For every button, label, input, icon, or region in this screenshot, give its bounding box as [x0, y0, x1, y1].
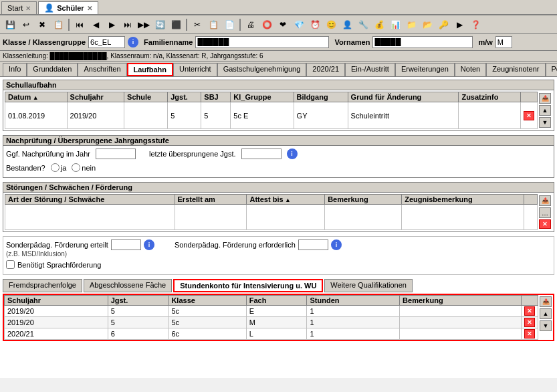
bestanden-label: Bestanden? — [6, 164, 45, 172]
delete-stoerung-btn[interactable]: ✕ — [539, 219, 551, 229]
erforderlich-input[interactable] — [298, 239, 328, 250]
first-btn[interactable]: ⏮ — [72, 17, 87, 32]
mw-input[interactable] — [495, 36, 512, 48]
sep3 — [239, 19, 241, 31]
tab-noten[interactable]: Noten — [455, 63, 486, 76]
nein-radio[interactable] — [72, 163, 80, 172]
tb-btn10[interactable]: 📁 — [404, 17, 419, 32]
nav-btn2[interactable]: ▶▶ — [136, 17, 151, 32]
erteilt-input[interactable] — [111, 239, 141, 250]
foerderung-area: Sonderpädag. Förderung erteilt i (z.B. M… — [3, 236, 554, 275]
tab-info[interactable]: Info — [3, 63, 27, 76]
export-btn-schullaufbahn[interactable]: 📤 — [539, 93, 551, 104]
table-row[interactable]: 01.08.2019 2019/20 5 5 5c E GY Schuleint… — [5, 102, 538, 129]
sk-scroll-up-btn[interactable]: ▲ — [540, 308, 552, 319]
ellipsis-btn[interactable]: … — [539, 207, 551, 218]
tab-laufbahn[interactable]: Laufbahn — [127, 63, 174, 76]
sk-delete-2-btn[interactable]: ✕ — [524, 329, 535, 338]
klasse-group: Klasse / Klassengruppe i — [3, 36, 138, 48]
tb-btn6[interactable]: 👤 — [340, 17, 354, 32]
print-btn[interactable]: 📋 — [51, 17, 66, 32]
tab-start[interactable]: Start ✕ — [1, 1, 37, 14]
prev-btn[interactable]: ◀ — [88, 17, 103, 32]
foerderung-erteilt-group: Sonderpädag. Förderung erteilt i (z.B. M… — [6, 239, 154, 258]
nachpruef-input[interactable] — [96, 149, 136, 159]
tab-stundenkonto[interactable]: Stundenkonto für Intensivierung u. WU — [173, 279, 323, 292]
tb-btn2[interactable]: ❤ — [275, 17, 290, 32]
vornamen-label: Vornamen — [334, 38, 370, 46]
letzte-input[interactable] — [241, 149, 282, 159]
nachpruefung-title: Nachprüfung / Übersprungene Jahrgangsstu… — [3, 136, 554, 146]
tb-btn12[interactable]: 🔑 — [436, 17, 451, 32]
export-btn-stoerungen[interactable]: 📤 — [539, 195, 551, 206]
copy-btn[interactable]: 📋 — [206, 17, 221, 32]
tab-unterricht[interactable]: Unterricht — [173, 63, 217, 76]
tab-abgeschlossen[interactable]: Abgeschlossene Fäche — [84, 279, 172, 292]
tb-btn7[interactable]: 🔧 — [356, 17, 370, 32]
stoerungen-title: Störungen / Schwächen / Förderung — [3, 183, 554, 193]
cut-btn[interactable]: ✂ — [190, 17, 205, 32]
ja-radio[interactable] — [51, 163, 60, 172]
bottom-tabs: Fremdsprachenfolge Abgeschlossene Fäche … — [3, 279, 554, 292]
tab-schueler[interactable]: 👤 Schüler ✕ — [38, 1, 98, 14]
tab-anschriften[interactable]: Anschriften — [78, 63, 126, 76]
scroll-up-btn[interactable]: ▲ — [539, 105, 551, 116]
cell-klgruppe: 5c E — [231, 102, 294, 129]
next-btn[interactable]: ▶ — [104, 17, 119, 32]
tab-einaustritt[interactable]: Ein-/Austritt — [345, 63, 395, 76]
col-jgst: Jgst. — [168, 92, 201, 102]
vornamen-input[interactable] — [372, 36, 473, 48]
tb-btn13[interactable]: ▶ — [452, 17, 467, 32]
tab-zeugnisnotenr[interactable]: Zeugnisnotenr — [486, 63, 545, 76]
export-btn-stundenkonto[interactable]: 📤 — [540, 296, 552, 307]
sk-jgst-0: 5 — [108, 306, 169, 317]
sk-scroll-down-btn[interactable]: ▼ — [540, 320, 552, 331]
paste-btn[interactable]: 📄 — [222, 17, 237, 32]
erforderlich-label: Sonderpädag. Förderung erforderlich — [175, 241, 296, 249]
toolbar-btn6[interactable]: ⬛ — [169, 17, 183, 32]
schullaufbahn-title: Schullaufbahn — [3, 80, 554, 90]
tb-btn1[interactable]: ⭕ — [259, 17, 274, 32]
sk-row-2[interactable]: 2020/21 6 6c L 1 ✕ — [5, 328, 538, 340]
tab-schueler-close[interactable]: ✕ — [87, 5, 92, 12]
print2-btn[interactable]: 🖨 — [243, 17, 258, 32]
last-btn[interactable]: ⏭ — [120, 17, 135, 32]
erteilt-info-btn[interactable]: i — [144, 239, 154, 250]
tab-person[interactable]: Person — [546, 63, 557, 76]
undo-btn[interactable]: ↩ — [19, 17, 33, 32]
sk-delete-1-btn[interactable]: ✕ — [524, 318, 535, 327]
mw-label: m/w — [478, 38, 492, 46]
tab-qualifikationen[interactable]: Weitere Qualifikationen — [324, 279, 413, 292]
col-sk-actions — [522, 296, 538, 306]
familienname-input[interactable] — [195, 36, 329, 48]
tab-fremdsprachen[interactable]: Fremdsprachenfolge — [3, 279, 82, 292]
empty-actions — [524, 205, 538, 230]
tab-start-close[interactable]: ✕ — [25, 5, 31, 12]
empty-bemerkung — [325, 205, 402, 230]
tb-btn5[interactable]: 😊 — [324, 17, 338, 32]
tb-btn11[interactable]: 📂 — [420, 17, 435, 32]
sk-delete-0-btn[interactable]: ✕ — [524, 306, 535, 316]
save-btn[interactable]: 💾 — [3, 17, 17, 32]
tab-2020[interactable]: 2020/21 — [306, 63, 345, 76]
tab-erweiterungen[interactable]: Erweiterungen — [395, 63, 455, 76]
refresh-btn[interactable]: 🔄 — [152, 17, 167, 32]
help-btn[interactable]: ❓ — [468, 17, 483, 32]
erforderlich-info-btn[interactable]: i — [331, 239, 342, 250]
klasse-info-btn[interactable]: i — [128, 37, 138, 47]
tab-grunddaten[interactable]: Grunddaten — [27, 63, 78, 76]
klasse-input[interactable] — [88, 36, 125, 48]
nein-radio-label: nein — [72, 163, 96, 172]
delete-row-btn[interactable]: ✕ — [524, 111, 534, 120]
sk-row-1[interactable]: 2019/20 5 5c M 1 ✕ — [5, 317, 538, 328]
delete-btn[interactable]: ✖ — [35, 17, 49, 32]
tb-btn3[interactable]: 💎 — [292, 17, 306, 32]
sk-row-0[interactable]: 2019/20 5 5c E 1 ✕ — [5, 306, 538, 317]
scroll-down-btn[interactable]: ▼ — [539, 117, 551, 128]
letzte-info-btn[interactable]: i — [287, 149, 298, 159]
sprachfoerderung-checkbox[interactable] — [6, 260, 15, 269]
tb-btn4[interactable]: ⏰ — [308, 17, 322, 32]
tb-btn9[interactable]: 📊 — [388, 17, 403, 32]
tb-btn8[interactable]: 💰 — [372, 17, 386, 32]
tab-gastschul[interactable]: Gastschulgenehmigung — [217, 63, 307, 76]
